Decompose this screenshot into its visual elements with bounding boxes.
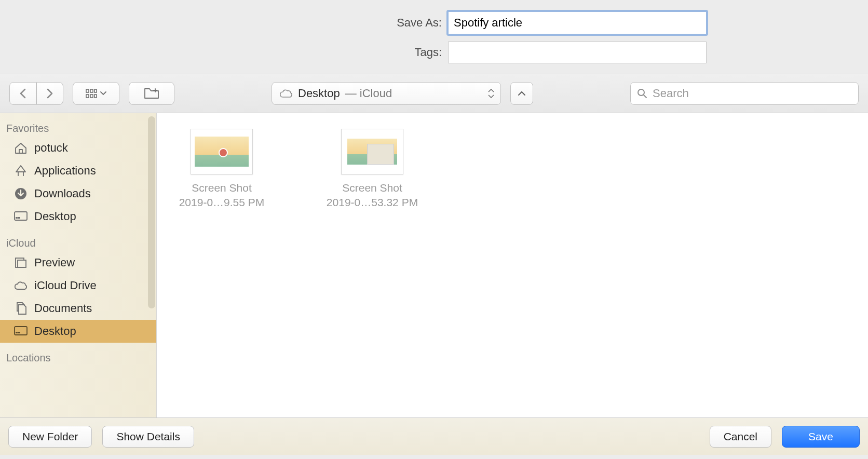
- sidebar-section-locations: Locations: [0, 343, 156, 366]
- search-icon: [637, 88, 647, 99]
- tags-label: Tags:: [161, 46, 442, 59]
- updown-icon: [488, 89, 494, 98]
- sidebar-scrollbar[interactable]: [148, 116, 155, 308]
- desktop-icon: [13, 324, 28, 339]
- save-as-label: Save As:: [161, 16, 442, 30]
- sidebar-section-favorites: Favorites: [0, 113, 156, 137]
- sidebar-item-label: Desktop: [34, 210, 76, 223]
- sidebar-item-downloads[interactable]: Downloads: [0, 182, 156, 205]
- search-box[interactable]: [630, 82, 859, 105]
- cancel-button[interactable]: Cancel: [710, 426, 771, 448]
- svg-rect-15: [18, 332, 20, 333]
- svg-rect-4: [90, 95, 93, 98]
- file-name: Screen Shot 2019-0…53.32 PM: [327, 181, 418, 210]
- sidebar-item-potuck[interactable]: potuck: [0, 137, 156, 159]
- svg-rect-13: [15, 327, 27, 335]
- sidebar-item-desktop-fav[interactable]: Desktop: [0, 205, 156, 228]
- location-sub: — iCloud: [345, 87, 392, 100]
- folder-plus-icon: [144, 88, 159, 99]
- chevron-down-icon: [100, 91, 106, 96]
- sidebar-item-applications[interactable]: Applications: [0, 159, 156, 182]
- nav-buttons: [9, 82, 63, 105]
- sidebar-section-icloud: iCloud: [0, 228, 156, 251]
- downloads-icon: [13, 186, 28, 201]
- new-folder-button[interactable]: New Folder: [8, 426, 92, 448]
- preview-icon: [13, 255, 28, 270]
- file-item[interactable]: Screen Shot 2019-0…9.55 PM: [167, 129, 276, 210]
- svg-rect-3: [86, 95, 89, 98]
- file-name-line2: 2019-0…9.55 PM: [179, 195, 265, 210]
- save-as-input[interactable]: [448, 11, 707, 34]
- desktop-icon: [13, 209, 28, 224]
- location-main: Desktop: [298, 87, 340, 100]
- cloud-icon: [13, 278, 28, 293]
- sidebar-item-label: Preview: [34, 256, 75, 269]
- sidebar-item-preview[interactable]: Preview: [0, 251, 156, 274]
- main-area: Favorites potuck Applications Downloads …: [0, 113, 868, 417]
- file-thumbnail: [341, 129, 403, 174]
- svg-rect-9: [16, 217, 18, 219]
- file-name: Screen Shot 2019-0…9.55 PM: [179, 181, 265, 210]
- sidebar-item-label: Documents: [34, 302, 92, 315]
- sidebar-item-label: potuck: [34, 141, 68, 155]
- save-form: Save As: Tags:: [0, 0, 868, 74]
- location-popup[interactable]: Desktop — iCloud: [272, 82, 501, 105]
- svg-rect-0: [86, 89, 89, 92]
- svg-rect-2: [94, 89, 97, 92]
- show-details-button[interactable]: Show Details: [102, 426, 194, 448]
- sidebar-item-label: Downloads: [34, 187, 91, 200]
- svg-rect-5: [94, 95, 97, 98]
- view-mode-button[interactable]: [73, 82, 119, 105]
- documents-icon: [13, 301, 28, 316]
- chevron-left-icon: [19, 88, 26, 99]
- tags-input[interactable]: [448, 42, 707, 63]
- svg-rect-8: [15, 212, 27, 220]
- sidebar-item-label: Desktop: [34, 325, 76, 338]
- svg-rect-12: [18, 260, 26, 267]
- forward-button[interactable]: [36, 82, 63, 105]
- sidebar[interactable]: Favorites potuck Applications Downloads …: [0, 113, 157, 417]
- save-as-row: Save As:: [161, 11, 707, 34]
- save-button[interactable]: Save: [782, 426, 860, 448]
- sidebar-item-icloud-drive[interactable]: iCloud Drive: [0, 274, 156, 297]
- sidebar-item-label: iCloud Drive: [34, 279, 97, 292]
- home-icon: [13, 141, 28, 155]
- file-item[interactable]: Screen Shot 2019-0…53.32 PM: [318, 129, 427, 210]
- toolbar: Desktop — iCloud: [0, 74, 868, 113]
- sidebar-item-label: Applications: [34, 164, 96, 178]
- chevron-up-icon: [518, 91, 526, 96]
- grid-icon: [86, 89, 97, 98]
- footer-bar: New Folder Show Details Cancel Save: [0, 417, 868, 455]
- svg-rect-14: [16, 332, 18, 333]
- svg-rect-1: [90, 89, 93, 92]
- collapse-button[interactable]: [510, 82, 533, 105]
- sidebar-item-documents[interactable]: Documents: [0, 297, 156, 320]
- file-name-line2: 2019-0…53.32 PM: [327, 195, 418, 210]
- sidebar-item-desktop-icloud[interactable]: Desktop: [0, 320, 156, 343]
- file-name-line1: Screen Shot: [327, 181, 418, 195]
- file-name-line1: Screen Shot: [179, 181, 265, 195]
- applications-icon: [13, 164, 28, 178]
- svg-point-6: [638, 89, 644, 96]
- cloud-icon: [279, 89, 293, 98]
- new-folder-toolbar-button[interactable]: [129, 82, 174, 105]
- chevron-right-icon: [46, 88, 53, 99]
- search-input[interactable]: [653, 87, 852, 100]
- file-thumbnail: [191, 129, 253, 174]
- tags-row: Tags:: [161, 42, 707, 63]
- back-button[interactable]: [9, 82, 36, 105]
- svg-rect-10: [18, 217, 20, 219]
- file-list[interactable]: Screen Shot 2019-0…9.55 PM Screen Shot 2…: [157, 113, 868, 417]
